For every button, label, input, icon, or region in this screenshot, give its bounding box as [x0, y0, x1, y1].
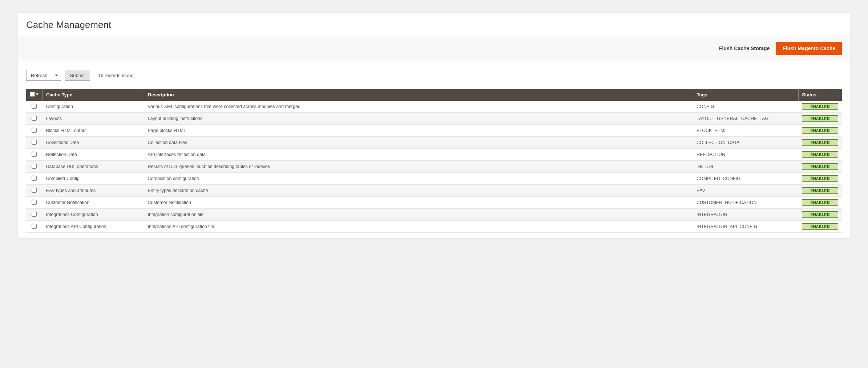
table-row: Reflection DataAPI interfaces reflection…	[26, 149, 842, 161]
cell-description: Compilation configuration	[144, 173, 693, 185]
row-checkbox[interactable]	[32, 200, 37, 205]
cell-tags: DB_DDL	[693, 161, 798, 173]
cell-tags: LAYOUT_GENERAL_CACHE_TAG	[693, 113, 798, 125]
cell-description: Various XML configurations that were col…	[144, 101, 693, 113]
table-row: Integrations API ConfigurationIntegratio…	[26, 221, 842, 233]
cell-cache-type: Collections Data	[43, 137, 144, 149]
cell-status: ENABLED	[798, 137, 842, 149]
cell-status: ENABLED	[798, 173, 842, 185]
cell-description: API interfaces reflection data	[144, 149, 693, 161]
cell-tags: EAV	[693, 185, 798, 197]
table-row: Integrations ConfigurationIntegration co…	[26, 209, 842, 221]
table-row: Customer NotificationCustomer Notificati…	[26, 197, 842, 209]
flush-cache-storage-button[interactable]: Flush Cache Storage	[719, 45, 770, 51]
mass-action-select[interactable]: Refresh	[26, 70, 61, 81]
cell-status: ENABLED	[798, 125, 842, 137]
action-bar: Flush Cache Storage Flush Magento Cache	[18, 36, 850, 61]
cell-status: ENABLED	[798, 221, 842, 233]
header-description[interactable]: Description	[144, 89, 693, 101]
row-checkbox[interactable]	[32, 188, 37, 193]
status-badge: ENABLED	[802, 187, 838, 194]
cell-tags: COLLECTION_DATA	[693, 137, 798, 149]
cell-status: ENABLED	[798, 185, 842, 197]
submit-button[interactable]: Submit	[65, 70, 90, 81]
row-checkbox[interactable]	[32, 152, 37, 157]
cell-description: Results of DDL queries, such as describi…	[144, 161, 693, 173]
cell-tags: CUSTOMER_NOTIFICATION	[693, 197, 798, 209]
row-checkbox[interactable]	[32, 212, 37, 217]
cell-status: ENABLED	[798, 161, 842, 173]
page-title: Cache Management	[18, 13, 850, 36]
cell-cache-type: Integrations API Configuration	[43, 221, 144, 233]
cell-description: Integration configuration file	[144, 209, 693, 221]
cell-cache-type: Compiled Config	[43, 173, 144, 185]
cell-tags: INTEGRATION	[693, 209, 798, 221]
select-all-checkbox[interactable]	[30, 92, 35, 97]
page-card: Cache Management Flush Cache Storage Flu…	[18, 13, 850, 238]
status-badge: ENABLED	[802, 223, 838, 230]
row-checkbox[interactable]	[32, 140, 37, 145]
cell-cache-type: Customer Notification	[43, 197, 144, 209]
header-cache-type[interactable]: Cache Type	[43, 89, 144, 101]
chevron-down-icon[interactable]	[36, 93, 39, 95]
table-row: LayoutsLayout building instructionsLAYOU…	[26, 113, 842, 125]
records-found-label: 16 records found	[98, 73, 134, 78]
cell-cache-type: Blocks HTML output	[43, 125, 144, 137]
status-badge: ENABLED	[802, 211, 838, 218]
cell-status: ENABLED	[798, 209, 842, 221]
status-badge: ENABLED	[802, 175, 838, 182]
cell-tags: BLOCK_HTML	[693, 125, 798, 137]
row-checkbox[interactable]	[32, 164, 37, 169]
header-checkbox-col	[26, 89, 43, 101]
cell-cache-type: Configuration	[43, 101, 144, 113]
cell-cache-type: Layouts	[43, 113, 144, 125]
status-badge: ENABLED	[802, 163, 838, 170]
cell-tags: COMPILED_CONFIG	[693, 173, 798, 185]
table-row: Database DDL operationsResults of DDL qu…	[26, 161, 842, 173]
row-checkbox[interactable]	[32, 104, 37, 109]
row-checkbox[interactable]	[32, 224, 37, 229]
status-badge: ENABLED	[802, 151, 838, 158]
row-checkbox[interactable]	[32, 176, 37, 181]
header-tags[interactable]: Tags	[693, 89, 798, 101]
cell-tags: REFLECTION	[693, 149, 798, 161]
status-badge: ENABLED	[802, 139, 838, 146]
cell-status: ENABLED	[798, 149, 842, 161]
cell-cache-type: Reflection Data	[43, 149, 144, 161]
status-badge: ENABLED	[802, 199, 838, 206]
cell-cache-type: Database DDL operations	[43, 161, 144, 173]
chevron-down-icon[interactable]	[52, 70, 61, 81]
cell-tags: CONFIG	[693, 101, 798, 113]
table-row: Compiled ConfigCompilation configuration…	[26, 173, 842, 185]
table-row: Blocks HTML outputPage blocks HTMLBLOCK_…	[26, 125, 842, 137]
status-badge: ENABLED	[802, 127, 838, 134]
cell-description: Collection data files	[144, 137, 693, 149]
cell-description: Page blocks HTML	[144, 125, 693, 137]
cell-status: ENABLED	[798, 197, 842, 209]
cell-status: ENABLED	[798, 101, 842, 113]
cell-description: Customer Notification	[144, 197, 693, 209]
status-badge: ENABLED	[802, 103, 838, 110]
row-checkbox[interactable]	[32, 128, 37, 133]
cell-cache-type: EAV types and attributes	[43, 185, 144, 197]
table-row: EAV types and attributesEntity types dec…	[26, 185, 842, 197]
row-checkbox[interactable]	[32, 116, 37, 121]
cell-cache-type: Integrations Configuration	[43, 209, 144, 221]
cell-tags: INTEGRATION_API_CONFIG	[693, 221, 798, 233]
flush-magento-cache-button[interactable]: Flush Magento Cache	[776, 42, 842, 55]
table-row: Collections DataCollection data filesCOL…	[26, 137, 842, 149]
header-status[interactable]: Status	[798, 89, 842, 101]
mass-action-value[interactable]: Refresh	[26, 70, 52, 81]
status-badge: ENABLED	[802, 115, 838, 122]
cache-grid: Cache Type Description Tags Status Confi…	[26, 89, 842, 233]
cell-description: Integrations API configuration file	[144, 221, 693, 233]
grid-toolbar: Refresh Submit 16 records found	[18, 61, 850, 86]
table-row: ConfigurationVarious XML configurations …	[26, 101, 842, 113]
cell-description: Entity types declaration cache	[144, 185, 693, 197]
cell-description: Layout building instructions	[144, 113, 693, 125]
cell-status: ENABLED	[798, 113, 842, 125]
